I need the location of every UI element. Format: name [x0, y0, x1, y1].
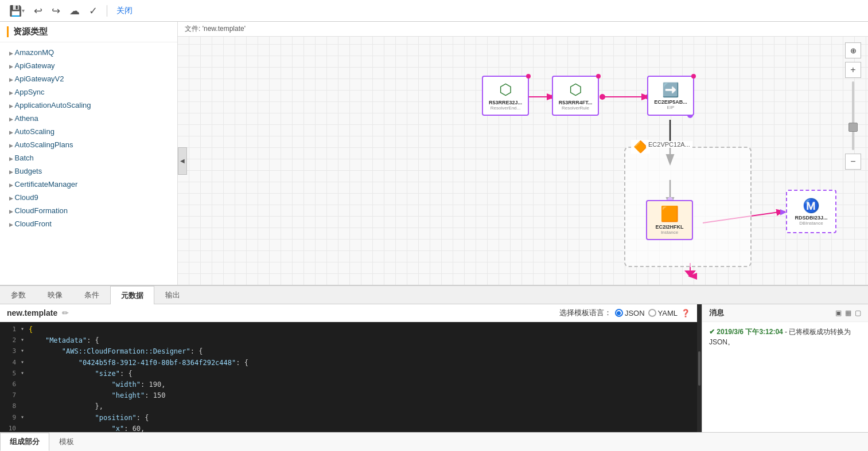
sidebar-item-amazonmq[interactable]: AmazonMQ	[0, 46, 177, 59]
upload-button[interactable]: ☁	[67, 3, 82, 18]
code-line-6: 6 "width": 190,	[0, 379, 697, 390]
footer-tab-组成部分[interactable]: 组成部分	[0, 433, 49, 451]
msg-icon-2[interactable]: ▦	[845, 309, 851, 317]
zoom-slider[interactable]	[845, 81, 861, 150]
line-arrow-1[interactable]: ▾	[21, 324, 29, 335]
sidebar-item-autoscaling[interactable]: AutoScaling	[0, 125, 177, 138]
zoom-thumb[interactable]	[848, 123, 858, 132]
line-content-10: "x": 60,	[29, 423, 145, 432]
sidebar-item-budgets[interactable]: Budgets	[0, 164, 177, 178]
sidebar-item-athena[interactable]: Athena	[0, 112, 177, 125]
line-number-4: 4	[0, 358, 21, 368]
zoom-track	[852, 81, 854, 150]
line-arrow-3[interactable]: ▾	[21, 346, 29, 357]
line-arrow-6	[21, 379, 29, 390]
node-rdsdbi23j[interactable]: ▶ Ⓜ️ RDSDBI23J... DBInstance	[786, 190, 836, 233]
line-arrow-10	[21, 423, 29, 432]
sidebar-item-cloudfront[interactable]: CloudFront	[0, 217, 177, 230]
json-radio[interactable]: JSON	[615, 309, 645, 317]
line-number-6: 6	[0, 379, 21, 390]
editor-toolbar: new.template ✏ 选择模板语言： JSON YAML ❓	[0, 304, 697, 322]
tab-条件[interactable]: 条件	[73, 286, 110, 304]
tab-输出[interactable]: 输出	[154, 286, 191, 304]
node-r53rrr4ft-icon: ⬡	[569, 81, 582, 99]
node-ec2eip5ab[interactable]: ➡️ EC2EIP5AB... EIP	[647, 76, 694, 116]
line-arrow-5[interactable]: ▾	[21, 368, 29, 379]
canvas-file-label: 文件: 'new.template'	[178, 22, 868, 37]
node-r53rrr4ft-sublabel: ResolverRule	[562, 105, 589, 111]
node-r53rre32j-sublabel: ResolverEnd...	[491, 105, 520, 111]
msg-icon-3[interactable]: ▢	[855, 309, 861, 317]
close-button[interactable]: 关闭	[114, 5, 135, 17]
code-editor[interactable]: 1▾{2▾ "Metadata": {3▾ "AWS::CloudFormati…	[0, 322, 697, 432]
yaml-radio[interactable]: YAML	[648, 309, 678, 317]
line-number-7: 7	[0, 390, 21, 401]
bottom-tabs: 参数映像条件元数据输出	[0, 286, 868, 304]
footer-tab-模板[interactable]: 模板	[49, 433, 84, 451]
line-number-3: 3	[0, 346, 21, 357]
sidebar-item-apigateway[interactable]: ApiGateway	[0, 59, 177, 72]
collapse-button[interactable]: ◀	[178, 147, 187, 175]
line-content-2: "Metadata": {	[29, 335, 99, 346]
node-ec2i2hfkl[interactable]: 🟧 EC2I2HFKL Instance	[646, 200, 693, 240]
msg-icon-1[interactable]: ▣	[835, 309, 842, 317]
sidebar-item-applicationautoscaling[interactable]: ApplicationAutoScaling	[0, 99, 177, 112]
line-content-5: "size": {	[29, 368, 133, 379]
zoom-in-button[interactable]: +	[845, 62, 861, 78]
code-line-10: 10 "x": 60,	[0, 423, 697, 432]
line-content-3: "AWS::CloudFormation::Designer": {	[29, 346, 203, 357]
undo-button[interactable]: ↩	[32, 3, 45, 18]
yaml-label: YAML	[658, 309, 678, 317]
code-line-9: 9▾ "position": {	[0, 413, 697, 423]
sidebar-item-batch[interactable]: Batch	[0, 151, 177, 164]
code-line-8: 8 },	[0, 401, 697, 412]
lang-label: 选择模板语言：	[559, 308, 612, 318]
canvas[interactable]: ◀	[178, 37, 868, 285]
bottom-footer: 组成部分模板	[0, 432, 868, 451]
toolbar-separator	[107, 5, 107, 17]
sidebar-item-apigatewayv2[interactable]: ApiGatewayV2	[0, 72, 177, 85]
msg-timestamp: ✔ 2019/3/6 下午3:12:04	[709, 328, 783, 336]
yaml-radio-circle[interactable]	[648, 309, 656, 317]
help-icon[interactable]: ❓	[681, 309, 690, 317]
line-number-9: 9	[0, 413, 21, 423]
tab-元数据[interactable]: 元数据	[110, 286, 154, 304]
save-button[interactable]: 💾 ▾	[7, 3, 27, 18]
line-arrow-2[interactable]: ▾	[21, 335, 29, 346]
messages-content: ✔ 2019/3/6 下午3:12:04 - 已将模板成功转换为 JSON。	[702, 322, 868, 432]
node-r53rrr4ft[interactable]: ⬡ R53RRR4FT... ResolverRule	[552, 76, 599, 116]
close-label: 关闭	[116, 6, 133, 16]
editor-area: new.template ✏ 选择模板语言： JSON YAML ❓	[0, 304, 697, 432]
tab-映像[interactable]: 映像	[37, 286, 73, 304]
tab-参数[interactable]: 参数	[0, 286, 37, 304]
save-icon: 💾	[9, 5, 22, 17]
sidebar-item-appsync[interactable]: AppSync	[0, 85, 177, 99]
messages-title: 消息	[709, 308, 724, 318]
messages-panel: 消息 ▣ ▦ ▢ ✔ 2019/3/6 下午3:12:04 - 已将模板成功转换…	[702, 304, 868, 432]
line-content-1: {	[29, 324, 33, 335]
editor-scrollbar[interactable]	[697, 304, 702, 432]
sidebar-item-cloud9[interactable]: Cloud9	[0, 191, 177, 204]
line-content-9: "position": {	[29, 413, 149, 423]
sidebar-item-autoscalingplans[interactable]: AutoScalingPlans	[0, 138, 177, 151]
line-number-8: 8	[0, 401, 21, 412]
line-arrow-8	[21, 401, 29, 412]
sidebar-item-cloudformation[interactable]: CloudFormation	[0, 204, 177, 217]
line-arrow-9[interactable]: ▾	[21, 413, 29, 423]
zoom-out-button[interactable]: −	[845, 154, 861, 170]
redo-button[interactable]: ↪	[49, 3, 63, 18]
toolbar: 💾 ▾ ↩ ↪ ☁ ✓ 关闭	[0, 0, 868, 22]
node-ec2i2hfkl-label: EC2I2HFKL	[655, 224, 683, 230]
check-button[interactable]: ✓	[87, 3, 100, 18]
line-arrow-4[interactable]: ▾	[21, 358, 29, 368]
zoom-target-button[interactable]: ⊕	[845, 42, 861, 58]
sidebar-item-certificatemanager[interactable]: CertificateManager	[0, 178, 177, 191]
node-rdsdbi23j-label: RDSDBI23J...	[795, 215, 827, 221]
edit-filename-button[interactable]: ✏	[62, 308, 69, 317]
node-ec2i2hfkl-icon: 🟧	[660, 205, 679, 223]
undo-icon: ↩	[34, 5, 42, 17]
json-radio-circle[interactable]	[615, 309, 623, 317]
node-rdsdbi23j-icon: Ⓜ️	[803, 198, 820, 214]
svg-marker-27	[684, 270, 696, 277]
node-r53rre32j[interactable]: ⬡ R53RRE32J... ResolverEnd...	[482, 76, 529, 116]
